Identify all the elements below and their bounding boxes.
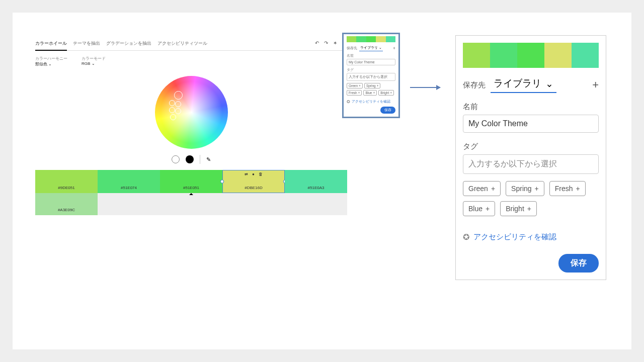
tab-extract[interactable]: テーマを抽出 <box>73 40 100 50</box>
eyedropper-icon[interactable]: ✎ <box>206 156 211 163</box>
adjust-icon[interactable]: ⇄ <box>245 172 248 176</box>
a11y-link[interactable]: ✪アクセシビリティを確認 <box>347 99 395 104</box>
tool-tabs: カラーホイール テーマを抽出 グラデーションを抽出 アクセシビリティツール ↶ … <box>35 40 347 51</box>
name-input[interactable]: My Color Theme <box>347 59 395 65</box>
name-label: 名前 <box>463 102 599 112</box>
chevron-down-icon: ⌄ <box>48 62 52 66</box>
plus-icon: + <box>576 185 580 193</box>
save-button[interactable]: 保存 <box>380 107 395 114</box>
delete-icon[interactable]: 🗑 <box>259 172 263 176</box>
tag-input[interactable]: 入力するか以下から選択 <box>463 154 599 174</box>
swatch-1[interactable]: #9DE051 <box>35 170 98 193</box>
tag-label: タグ <box>463 142 599 151</box>
plus-icon: + <box>527 205 531 213</box>
tag-spring[interactable]: Spring+ <box>506 181 544 196</box>
expand-icon[interactable]: ✶ <box>333 40 337 46</box>
swatch-row: #9DE051 #51E074 #51E051 ⇄●🗑 #DBE16D #51E… <box>35 170 347 193</box>
tag-green[interactable]: Green+ <box>463 181 501 196</box>
add-library-button[interactable]: + <box>592 78 599 92</box>
bg-black-toggle[interactable] <box>186 155 194 163</box>
saveto-label: 保存先 <box>463 80 486 90</box>
undo-icon[interactable]: ↶ <box>315 40 319 46</box>
drag-icon[interactable]: ● <box>252 172 255 176</box>
arrow-icon <box>410 87 440 88</box>
tag-blue[interactable]: Blue+ <box>463 201 495 216</box>
tab-gradient[interactable]: グラデーションを抽出 <box>106 40 151 50</box>
library-select[interactable]: ライブラリ⌄ <box>491 77 556 93</box>
plus-icon: + <box>491 185 495 193</box>
tag-input[interactable]: 入力するか以下から選択 <box>347 73 395 81</box>
a11y-link[interactable]: ✪アクセシビリティを確認 <box>463 232 599 242</box>
tab-a11y[interactable]: アクセシビリティツール <box>157 40 207 50</box>
plus-icon: + <box>535 185 539 193</box>
name-input[interactable]: My Color Theme <box>463 115 599 133</box>
a11y-icon: ✪ <box>463 232 469 242</box>
swatch-3[interactable]: #51E051 <box>160 170 222 193</box>
harmony-select[interactable]: カラーハーモニー類似色 ⌄ <box>35 56 67 67</box>
chevron-down-icon: ⌄ <box>545 78 553 89</box>
color-tool: カラーホイール テーマを抽出 グラデーションを抽出 アクセシビリティツール ↶ … <box>35 40 347 215</box>
tag-fresh[interactable]: Fresh+ <box>347 90 362 96</box>
tag-green[interactable]: Green+ <box>347 83 363 88</box>
swatch-2[interactable]: #51E074 <box>98 170 160 193</box>
tag-spring[interactable]: Spring+ <box>364 83 381 88</box>
save-panel-large: 保存先 ライブラリ⌄ + 名前 My Color Theme タグ 入力するか以… <box>455 35 606 280</box>
mode-select[interactable]: カラーモードRGB ⌄ <box>82 56 106 67</box>
chevron-down-icon: ⌄ <box>92 61 95 66</box>
tag-bright[interactable]: Bright+ <box>378 90 394 96</box>
save-panel-small: 保存先ライブラリ ⌄+ 名前 My Color Theme タグ 入力するか以下… <box>342 33 400 118</box>
tag-bright[interactable]: Bright+ <box>500 201 537 216</box>
color-wheel[interactable] <box>155 76 228 149</box>
bg-white-toggle[interactable] <box>172 155 180 163</box>
add-icon[interactable]: + <box>393 46 395 51</box>
swatch-5[interactable]: #51E0A3 <box>285 170 347 193</box>
a11y-icon: ✪ <box>347 100 350 104</box>
redo-icon[interactable]: ↷ <box>324 40 328 46</box>
tag-blue[interactable]: Blue+ <box>363 90 377 96</box>
tab-wheel[interactable]: カラーホイール <box>35 40 67 51</box>
tag-fresh[interactable]: Fresh+ <box>549 181 586 196</box>
swatch-alt-1[interactable]: #A3E09C <box>35 193 98 215</box>
swatch-4[interactable]: ⇄●🗑 #DBE16D <box>222 170 285 193</box>
save-button[interactable]: 保存 <box>558 254 599 273</box>
plus-icon: + <box>486 205 490 213</box>
